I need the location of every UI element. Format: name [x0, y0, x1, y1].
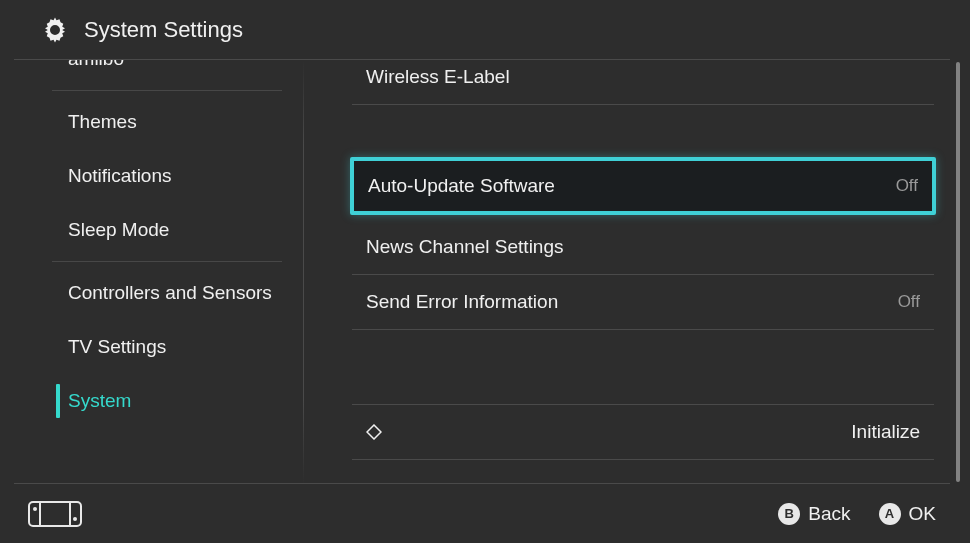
scrollbar[interactable]	[956, 62, 960, 482]
main-panel: Wireless E-Label Auto-Update Software Of…	[304, 60, 970, 484]
sidebar-item-label: Notifications	[68, 165, 172, 186]
gear-icon	[40, 15, 70, 45]
setting-news-channel[interactable]: News Channel Settings	[352, 220, 934, 274]
setting-wireless-elabel[interactable]: Wireless E-Label	[352, 60, 934, 104]
setting-auto-update[interactable]: Auto-Update Software Off	[350, 157, 936, 215]
sidebar-item-controllers[interactable]: Controllers and Sensors	[0, 266, 304, 320]
sidebar-item-system[interactable]: System	[0, 374, 304, 428]
sidebar-divider	[52, 261, 282, 262]
sidebar-item-label: TV Settings	[68, 336, 166, 357]
back-label: Back	[808, 503, 850, 525]
console-icon	[28, 501, 82, 527]
svg-point-2	[33, 507, 37, 511]
row-divider	[352, 459, 934, 460]
b-icon: B	[778, 503, 800, 525]
sidebar-divider	[52, 90, 282, 91]
diamond-icon	[366, 424, 382, 440]
back-button[interactable]: B Back	[778, 503, 850, 525]
setting-value: Off	[896, 176, 918, 196]
a-icon: A	[879, 503, 901, 525]
sidebar-item-tv-settings[interactable]: TV Settings	[0, 320, 304, 374]
page-title: System Settings	[84, 17, 243, 43]
svg-point-3	[73, 517, 77, 521]
sidebar-item-amiibo[interactable]: amiibo	[0, 60, 304, 86]
sidebar-item-themes[interactable]: Themes	[0, 95, 304, 149]
setting-label: Wireless E-Label	[366, 66, 510, 88]
sidebar-item-sleep-mode[interactable]: Sleep Mode	[0, 203, 304, 257]
sidebar-item-notifications[interactable]: Notifications	[0, 149, 304, 203]
setting-label: Send Error Information	[366, 291, 558, 313]
ok-label: OK	[909, 503, 936, 525]
header: System Settings	[0, 0, 970, 59]
sidebar: amiibo Themes Notifications Sleep Mode C…	[0, 60, 304, 484]
setting-send-error[interactable]: Send Error Information Off	[352, 275, 934, 329]
setting-value: Off	[898, 292, 920, 312]
setting-label: News Channel Settings	[366, 236, 564, 258]
ok-button[interactable]: A OK	[879, 503, 936, 525]
footer: B Back A OK	[0, 484, 970, 543]
setting-label: Auto-Update Software	[368, 175, 555, 197]
sidebar-item-label: Controllers and Sensors	[68, 282, 272, 303]
sidebar-item-label: Themes	[68, 111, 137, 132]
svg-rect-1	[40, 502, 70, 526]
sidebar-item-label: Sleep Mode	[68, 219, 169, 240]
setting-label: Initialize	[851, 421, 920, 443]
setting-initialize[interactable]: Initialize	[352, 405, 934, 459]
body: amiibo Themes Notifications Sleep Mode C…	[0, 60, 970, 484]
footer-buttons: B Back A OK	[778, 503, 936, 525]
sidebar-item-label: System	[68, 390, 131, 411]
svg-rect-0	[29, 502, 81, 526]
sidebar-item-label: amiibo	[68, 60, 124, 69]
